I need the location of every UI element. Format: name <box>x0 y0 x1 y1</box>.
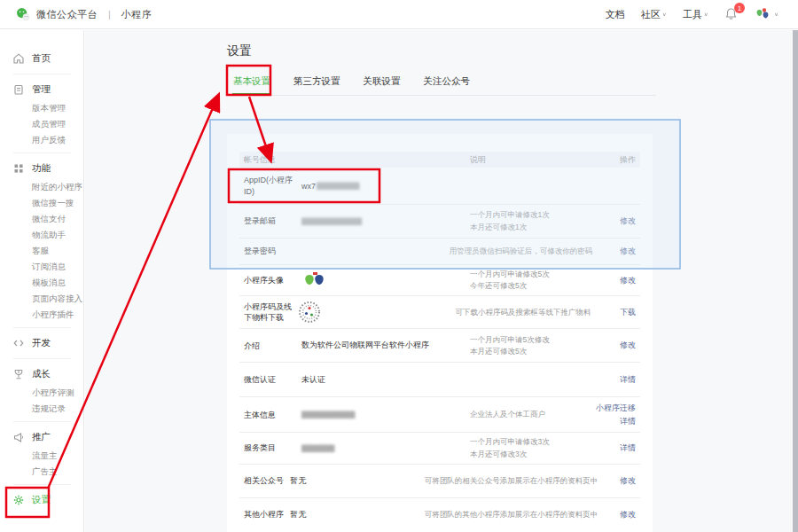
wechat-logo-icon <box>16 7 30 21</box>
row-value-cell: 未认证 <box>301 374 470 386</box>
row-action-link[interactable]: 修改 <box>620 340 636 351</box>
sidebar-group-成长: 成长小程序评测违规记录 <box>0 364 83 417</box>
row-description-cell: 可将团队的相关公众号添加展示在小程序的资料页中 <box>425 475 598 487</box>
row-action-link[interactable]: 详情 <box>620 416 636 427</box>
tab-关注公众号[interactable]: 关注公众号 <box>423 69 472 95</box>
sidebar-subitem-小程序评测[interactable]: 小程序评测 <box>0 385 83 401</box>
row-value: 数为软件公司物联网平台软件小程序 <box>301 340 429 351</box>
sidebar-subitem-违规记录[interactable]: 违规记录 <box>0 401 83 417</box>
table-row: 服务类目███ ██████一个月内可申请修改3次本月还可修改3次详情 <box>239 433 640 464</box>
nav-docs-label: 文档 <box>606 8 625 21</box>
sidebar-item-功能[interactable]: 功能 <box>0 158 83 179</box>
sidebar-item-首页[interactable]: 首页 <box>0 48 83 69</box>
sidebar-subitem-页面内容接入[interactable]: 页面内容接入 <box>0 291 83 307</box>
sidebar-divider <box>13 421 71 422</box>
row-action-link[interactable]: 修改 <box>620 215 636 227</box>
sidebar-subitem-成员管理[interactable]: 成员管理 <box>0 116 83 132</box>
sidebar-subitem-小程序插件[interactable]: 小程序插件 <box>0 307 83 323</box>
growth-icon <box>13 369 24 379</box>
row-action-link[interactable]: 修改 <box>620 275 636 286</box>
row-description-line: 可将团队的相关公众号添加展示在小程序的资料页中 <box>425 475 598 487</box>
sidebar-subitem-物流助手[interactable]: 物流助手 <box>0 227 83 243</box>
row-value-masked: ███████████████ <box>301 411 354 418</box>
nav-tools-label: 工具 <box>683 8 702 21</box>
table-row: 小程序头像 一个月内可申请修改5次今年还可修改5次修改 <box>239 265 640 296</box>
row-description-cell: 一个月内可申请修改3次本月还可修改3次 <box>470 436 588 459</box>
row-action-link[interactable]: 详情 <box>620 374 636 386</box>
brand-text: 微信公众平台 <box>36 8 98 21</box>
sidebar-subitem-模板消息[interactable]: 模板消息 <box>0 275 83 291</box>
sidebar-group-管理: 管理版本管理成员管理用户反馈 <box>0 79 83 148</box>
sidebar-item-推广[interactable]: 推广 <box>0 426 83 448</box>
sidebar-subitem-微信支付[interactable]: 微信支付 <box>0 211 83 227</box>
page-scrollbar[interactable] <box>793 30 798 532</box>
sidebar-subitem-流量主[interactable]: 流量主 <box>0 448 83 464</box>
sidebar-group-设置: 设置 <box>0 489 83 511</box>
row-description-line: 一个月内可申请修改5次 <box>470 269 588 280</box>
row-description-cell: 一个月内可申请修改5次今年还可修改5次 <box>470 269 588 292</box>
notification-bell[interactable]: 1 <box>724 7 739 21</box>
table-row: 主体信息███████████████企业法人及个体工商户小程序迁移详情 <box>239 397 640 433</box>
sidebar-subitem-附近的小程序[interactable]: 附近的小程序 <box>0 179 83 195</box>
sidebar-subitem-版本管理[interactable]: 版本管理 <box>0 100 83 116</box>
row-label: 其他小程序 <box>244 509 290 520</box>
table-row: 微信认证未认证详情 <box>239 363 640 397</box>
row-description-cell: 企业法人及个体工商户 <box>470 409 588 420</box>
miniprogram-code-image <box>298 301 321 324</box>
sidebar-subitem-订阅消息[interactable]: 订阅消息 <box>0 259 83 275</box>
row-operations-cell: 下载 <box>591 307 636 318</box>
sidebar-item-label: 首页 <box>32 52 51 65</box>
table-header-row: 帐号信息 说明 操作 <box>239 152 640 168</box>
row-label: 小程序头像 <box>244 275 301 286</box>
table-row: AppID(小程序ID)wx7████████████ <box>239 168 640 205</box>
row-action-link[interactable]: 修改 <box>620 246 636 257</box>
promotion-icon <box>13 432 24 442</box>
sidebar-item-设置[interactable]: 设置 <box>0 489 83 511</box>
sidebar-item-管理[interactable]: 管理 <box>0 79 83 100</box>
row-value: 暂无 <box>290 475 306 487</box>
sidebar-subitem-微信搜一搜[interactable]: 微信搜一搜 <box>0 195 83 211</box>
account-menu[interactable]: ∨ <box>755 7 778 21</box>
sidebar-subitem-客服[interactable]: 客服 <box>0 243 83 259</box>
row-action-link[interactable]: 详情 <box>620 442 636 454</box>
top-navigation: 文档 社区 ∨ 工具 ∨ 1 ∨ <box>606 7 798 21</box>
tab-第三方设置[interactable]: 第三方设置 <box>293 69 341 95</box>
row-description-cell: 一个月内可申请修改1次本月还可修改1次 <box>470 209 588 232</box>
row-action-link[interactable]: 小程序迁移 <box>596 403 636 414</box>
row-value-cell: 数为软件公司物联网平台软件小程序 <box>301 340 470 351</box>
row-label: 微信认证 <box>244 374 301 386</box>
row-operations-cell: 修改 <box>598 509 636 520</box>
row-operations-cell: 修改 <box>588 275 636 286</box>
row-value: 未认证 <box>301 374 325 386</box>
tab-基本设置[interactable]: 基本设置 <box>232 69 271 95</box>
tab-关联设置[interactable]: 关联设置 <box>363 69 402 95</box>
row-description-line: 用管理员微信扫码验证后，可修改你的密码 <box>450 246 593 257</box>
row-label: 服务类目 <box>244 442 301 454</box>
sidebar-divider <box>13 74 71 74</box>
chevron-down-icon: ∨ <box>662 12 667 17</box>
row-operations-cell: 修改 <box>588 340 636 351</box>
scrollbar-thumb[interactable] <box>793 30 798 532</box>
nav-docs[interactable]: 文档 <box>606 8 625 21</box>
management-icon <box>13 84 24 95</box>
sidebar-item-成长[interactable]: 成长 <box>0 364 83 385</box>
sidebar-subitem-广告主[interactable]: 广告主 <box>0 464 83 480</box>
platform-logo: 微信公众平台 | 小程序 <box>0 7 152 21</box>
settings-tabs: 基本设置第三方设置关联设置关注公众号 <box>227 69 656 96</box>
nav-community[interactable]: 社区 ∨ <box>641 8 667 21</box>
row-label: AppID(小程序ID) <box>244 175 301 197</box>
sidebar-group-首页: 首页 <box>0 48 83 69</box>
row-action-link[interactable]: 修改 <box>620 509 636 520</box>
row-value-cell: ███ ██████ <box>301 445 470 451</box>
column-header-description: 说明 <box>470 154 600 166</box>
sidebar-item-开发[interactable]: 开发 <box>0 332 83 354</box>
row-action-link[interactable]: 修改 <box>620 475 636 487</box>
sidebar-divider <box>13 358 71 359</box>
nav-tools[interactable]: 工具 ∨ <box>683 8 708 21</box>
row-action-link[interactable]: 下载 <box>620 307 636 318</box>
sidebar-divider <box>13 327 71 328</box>
column-header-operation: 操作 <box>600 154 636 166</box>
sidebar-subitem-用户反馈[interactable]: 用户反馈 <box>0 132 83 148</box>
nav-community-label: 社区 <box>641 8 661 21</box>
row-value-cell: wx7████████████ <box>301 182 470 191</box>
